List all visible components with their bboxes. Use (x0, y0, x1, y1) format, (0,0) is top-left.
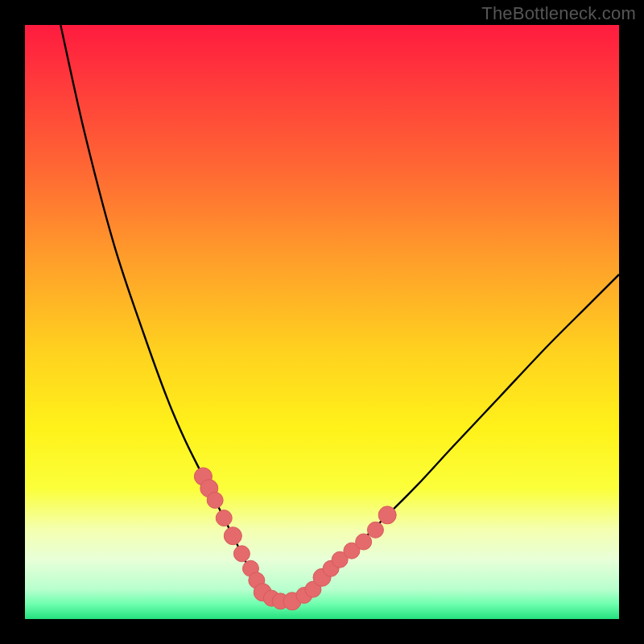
highlight-marker (233, 546, 250, 562)
watermark-text: TheBottleneck.com (481, 3, 636, 24)
highlight-marker (224, 527, 242, 545)
highlight-marker (216, 510, 232, 526)
highlight-marker (367, 522, 383, 538)
bottleneck-curve (60, 25, 619, 602)
highlight-marker (378, 506, 396, 524)
plot-area (25, 25, 619, 619)
highlight-marker (207, 492, 223, 508)
highlight-marker (356, 534, 372, 550)
chart-frame: TheBottleneck.com (0, 0, 644, 644)
curve-layer (25, 25, 619, 619)
highlighted-points-group (194, 468, 396, 610)
